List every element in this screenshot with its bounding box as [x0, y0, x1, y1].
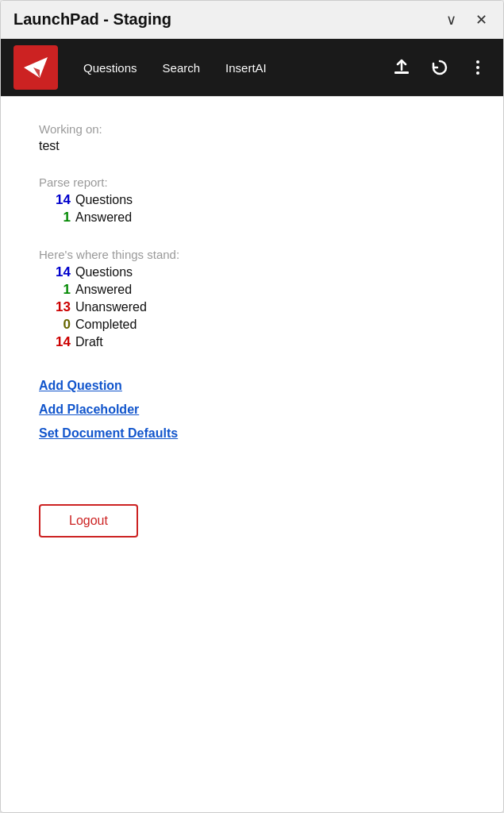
- parse-answered-text: Answered: [75, 210, 132, 225]
- status-label: Here's where things stand:: [39, 248, 465, 261]
- status-questions: 14 Questions: [39, 264, 465, 280]
- status-answered-count: 1: [52, 282, 71, 298]
- nav-icons: [389, 55, 491, 80]
- nav-questions[interactable]: Questions: [74, 55, 147, 81]
- parse-report-answered: 1 Answered: [39, 210, 465, 225]
- refresh-button[interactable]: [427, 55, 452, 80]
- more-options-button[interactable]: [465, 55, 491, 80]
- logo-icon: [22, 54, 49, 81]
- status-completed-count: 0: [52, 317, 71, 333]
- title-bar-controls: ∨ ✕: [443, 10, 491, 30]
- minimize-button[interactable]: ∨: [443, 10, 460, 30]
- set-document-defaults-link[interactable]: Set Document Defaults: [39, 426, 465, 441]
- add-placeholder-link[interactable]: Add Placeholder: [39, 403, 465, 417]
- parse-questions-count: 14: [52, 192, 71, 208]
- status-questions-count: 14: [52, 264, 71, 280]
- status-questions-text: Questions: [75, 265, 133, 279]
- parse-report-section: Parse report: 14 Questions 1 Answered: [39, 175, 465, 225]
- status-draft: 14 Draft: [39, 334, 465, 350]
- working-on-section: Working on: test: [39, 122, 465, 153]
- main-content: Working on: test Parse report: 14 Questi…: [1, 97, 503, 576]
- working-on-label: Working on:: [39, 122, 465, 136]
- status-section: Here's where things stand: 14 Questions …: [39, 248, 465, 350]
- status-completed: 0 Completed: [39, 317, 465, 333]
- status-unanswered-text: Unanswered: [75, 300, 147, 314]
- logout-section: Logout: [39, 472, 465, 538]
- svg-marker-0: [24, 57, 48, 78]
- working-on-value: test: [39, 139, 465, 153]
- status-draft-text: Draft: [75, 335, 103, 349]
- close-button[interactable]: ✕: [472, 10, 491, 30]
- status-completed-text: Completed: [75, 318, 137, 332]
- svg-point-5: [476, 71, 479, 75]
- title-bar: LaunchPad - Staging ∨ ✕: [1, 1, 503, 39]
- upload-button[interactable]: [389, 55, 414, 80]
- svg-point-4: [476, 66, 479, 69]
- action-links: Add Question Add Placeholder Set Documen…: [39, 379, 465, 441]
- add-question-link[interactable]: Add Question: [39, 379, 465, 393]
- logout-button[interactable]: Logout: [39, 504, 138, 538]
- nav-insertai[interactable]: InsertAI: [216, 55, 276, 81]
- parse-answered-count: 1: [52, 210, 71, 225]
- app-window: LaunchPad - Staging ∨ ✕ Questions Search…: [0, 0, 504, 813]
- nav-search[interactable]: Search: [153, 55, 210, 81]
- parse-report-label: Parse report:: [39, 175, 465, 189]
- nav-links: Questions Search InsertAI: [74, 55, 389, 81]
- status-unanswered: 13 Unanswered: [39, 299, 465, 315]
- status-draft-count: 14: [52, 334, 71, 350]
- status-answered-text: Answered: [75, 283, 132, 297]
- window-title: LaunchPad - Staging: [13, 10, 171, 29]
- svg-rect-2: [394, 71, 409, 74]
- nav-bar: Questions Search InsertAI: [1, 39, 503, 96]
- parse-questions-text: Questions: [75, 193, 133, 207]
- status-unanswered-count: 13: [52, 299, 71, 315]
- svg-point-3: [476, 60, 479, 64]
- logo: [13, 45, 58, 90]
- parse-report-questions: 14 Questions: [39, 192, 465, 208]
- status-answered: 1 Answered: [39, 282, 465, 298]
